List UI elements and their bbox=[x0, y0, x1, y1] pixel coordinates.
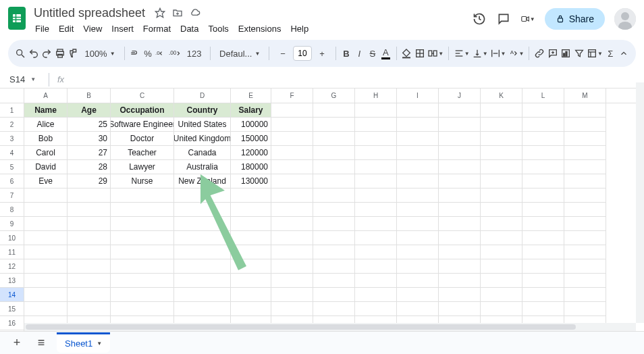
currency-icon[interactable] bbox=[129, 44, 140, 63]
cell[interactable] bbox=[313, 103, 355, 118]
row-header-8[interactable]: 8 bbox=[0, 203, 24, 217]
all-sheets-button[interactable]: ≡ bbox=[32, 334, 50, 352]
cell[interactable]: Australia bbox=[174, 160, 231, 174]
cell[interactable]: Occupation bbox=[111, 103, 174, 118]
cell[interactable] bbox=[313, 174, 355, 188]
cell[interactable] bbox=[439, 245, 481, 259]
cell[interactable] bbox=[564, 259, 606, 274]
fill-color-icon[interactable] bbox=[401, 44, 412, 63]
cloud-status-icon[interactable] bbox=[190, 7, 200, 18]
cell[interactable] bbox=[68, 259, 111, 274]
cell[interactable] bbox=[231, 274, 271, 288]
cell[interactable] bbox=[481, 302, 522, 316]
cell[interactable] bbox=[397, 103, 439, 118]
increase-decimal-icon[interactable]: .00 bbox=[169, 44, 181, 63]
name-box[interactable]: S14▼ bbox=[4, 74, 41, 84]
cell[interactable] bbox=[439, 302, 481, 316]
row-header-16[interactable]: 16 bbox=[0, 316, 24, 330]
cell[interactable] bbox=[481, 146, 522, 160]
cell[interactable] bbox=[397, 188, 439, 203]
cell[interactable] bbox=[111, 203, 174, 217]
cell[interactable] bbox=[564, 160, 606, 174]
cell[interactable] bbox=[439, 259, 481, 274]
cell[interactable]: 25 bbox=[68, 118, 111, 132]
row-header-1[interactable]: 1 bbox=[0, 103, 24, 118]
cell[interactable] bbox=[271, 146, 313, 160]
cell[interactable]: Bob bbox=[24, 132, 68, 146]
menu-data[interactable]: Data bbox=[176, 22, 203, 36]
menu-help[interactable]: Help bbox=[286, 22, 313, 36]
history-icon[interactable] bbox=[472, 11, 487, 26]
cell[interactable] bbox=[271, 188, 313, 203]
cell[interactable]: Doctor bbox=[111, 132, 174, 146]
functions-icon[interactable]: Σ bbox=[605, 44, 616, 63]
cell[interactable]: 120000 bbox=[231, 146, 271, 160]
cell[interactable] bbox=[355, 217, 397, 231]
cell[interactable] bbox=[355, 188, 397, 203]
cell[interactable] bbox=[522, 160, 564, 174]
row-header-10[interactable]: 10 bbox=[0, 231, 24, 245]
cell[interactable] bbox=[439, 146, 481, 160]
cell[interactable]: Teacher bbox=[111, 146, 174, 160]
cell[interactable] bbox=[355, 288, 397, 302]
cell[interactable] bbox=[355, 160, 397, 174]
filter-views-icon[interactable]: ▼ bbox=[587, 44, 603, 63]
cell[interactable] bbox=[397, 245, 439, 259]
collapse-toolbar-icon[interactable] bbox=[618, 44, 629, 63]
cell[interactable] bbox=[564, 245, 606, 259]
cell[interactable] bbox=[24, 259, 68, 274]
cell[interactable]: Nurse bbox=[111, 174, 174, 188]
cell[interactable]: Alice bbox=[24, 118, 68, 132]
cell[interactable] bbox=[481, 103, 522, 118]
cell[interactable] bbox=[481, 259, 522, 274]
horizontal-align-icon[interactable]: ▼ bbox=[454, 44, 470, 63]
menu-edit[interactable]: Edit bbox=[55, 22, 78, 36]
row-header-9[interactable]: 9 bbox=[0, 217, 24, 231]
share-button[interactable]: Share bbox=[545, 8, 605, 30]
cell[interactable] bbox=[564, 203, 606, 217]
print-icon[interactable] bbox=[54, 44, 65, 63]
cell[interactable] bbox=[231, 288, 271, 302]
cell[interactable] bbox=[355, 274, 397, 288]
percent-icon[interactable]: % bbox=[142, 44, 153, 63]
menu-insert[interactable]: Insert bbox=[107, 22, 138, 36]
cell[interactable] bbox=[313, 146, 355, 160]
cell[interactable] bbox=[355, 302, 397, 316]
cell[interactable] bbox=[564, 302, 606, 316]
cell[interactable] bbox=[397, 203, 439, 217]
cell[interactable] bbox=[271, 245, 313, 259]
cell[interactable] bbox=[111, 259, 174, 274]
text-color-icon[interactable]: A bbox=[380, 44, 391, 63]
cell[interactable] bbox=[397, 231, 439, 245]
cell[interactable] bbox=[271, 132, 313, 146]
decrease-decimal-icon[interactable]: .0 bbox=[155, 44, 166, 63]
cell[interactable] bbox=[68, 245, 111, 259]
cell[interactable] bbox=[271, 259, 313, 274]
star-icon[interactable] bbox=[155, 7, 165, 18]
cell[interactable] bbox=[564, 188, 606, 203]
cell[interactable]: Name bbox=[24, 103, 68, 118]
cell[interactable] bbox=[231, 231, 271, 245]
cell[interactable] bbox=[397, 174, 439, 188]
formula-input[interactable] bbox=[70, 73, 636, 86]
column-header-I[interactable]: I bbox=[397, 88, 439, 103]
cell[interactable] bbox=[231, 259, 271, 274]
cell[interactable] bbox=[24, 302, 68, 316]
cell[interactable] bbox=[564, 217, 606, 231]
cell[interactable] bbox=[271, 103, 313, 118]
cell[interactable] bbox=[397, 160, 439, 174]
cell[interactable] bbox=[439, 160, 481, 174]
merge-cells-icon[interactable]: ▼ bbox=[427, 44, 444, 63]
column-header-K[interactable]: K bbox=[481, 88, 522, 103]
row-header-2[interactable]: 2 bbox=[0, 118, 24, 132]
cell[interactable] bbox=[439, 132, 481, 146]
cell[interactable] bbox=[439, 217, 481, 231]
cell[interactable] bbox=[481, 245, 522, 259]
cell[interactable] bbox=[439, 174, 481, 188]
more-formats[interactable]: 123 bbox=[183, 49, 206, 59]
cell[interactable] bbox=[564, 231, 606, 245]
cell[interactable] bbox=[68, 203, 111, 217]
cell[interactable] bbox=[313, 245, 355, 259]
menu-format[interactable]: Format bbox=[139, 22, 175, 36]
row-header-4[interactable]: 4 bbox=[0, 146, 24, 160]
